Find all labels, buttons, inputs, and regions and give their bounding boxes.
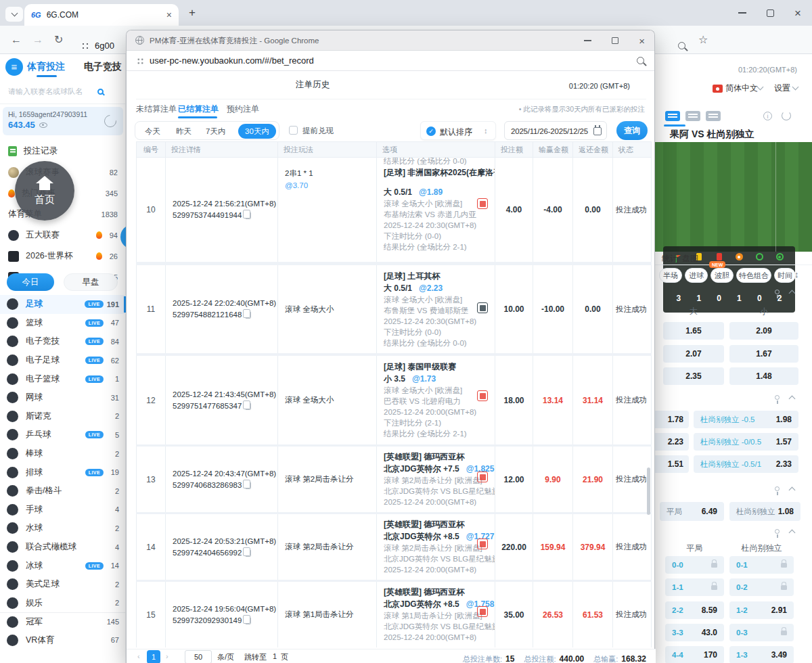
sort-dropdown[interactable]: ✓ 默认排序 ↕ xyxy=(420,121,496,140)
match-detail-icon[interactable] xyxy=(477,472,488,482)
popup-maximize-icon[interactable] xyxy=(612,37,618,44)
forward-icon[interactable]: → xyxy=(32,33,43,47)
view-toggle-odds-icon[interactable] xyxy=(665,111,680,121)
popup-url[interactable]: user-pc-new.youbaokun.com/#/bet_record xyxy=(150,55,314,66)
odds-cell[interactable]: 杜尚别独立 -0.5 1.98 xyxy=(694,411,798,428)
sidebar-item-table-tennis[interactable]: 乒乓球LIVE5 xyxy=(0,426,126,444)
odds-cell[interactable]: 杜尚别独立 -0/0.5 1.57 xyxy=(694,433,798,451)
view-toggle-list-icon[interactable] xyxy=(685,111,700,121)
zoom-icon[interactable] xyxy=(678,42,685,49)
pin-icon[interactable] xyxy=(775,395,780,400)
score-odds-cell[interactable]: 3-343.0 xyxy=(665,624,724,641)
market-pill-halftime[interactable]: 半场 xyxy=(659,268,682,283)
odds-cell[interactable]: 1.65 xyxy=(663,322,724,340)
pin-icon[interactable] xyxy=(775,529,780,534)
next-page-icon[interactable]: › xyxy=(166,652,168,660)
day-tab-today[interactable]: 今日 xyxy=(7,273,54,291)
collapse-icon[interactable] xyxy=(789,487,796,494)
copy-icon[interactable] xyxy=(245,482,251,489)
sidebar-item-handball[interactable]: 手球4 xyxy=(0,501,126,520)
odds-cell[interactable]: 1.48 xyxy=(729,367,798,385)
market-pill-time[interactable]: 时间 xyxy=(774,268,796,283)
sidebar-item-tennis[interactable]: 网球31 xyxy=(0,388,126,407)
popup-minimize-icon[interactable] xyxy=(584,40,591,41)
tab-search-button[interactable] xyxy=(5,7,23,22)
refresh-spinner-icon[interactable] xyxy=(782,111,791,120)
cashout-checkbox[interactable] xyxy=(289,126,298,135)
market-sort-icon[interactable]: ↕ xyxy=(794,269,799,279)
search-button[interactable]: 查询 xyxy=(616,121,648,140)
filter-today[interactable]: 今天 xyxy=(145,127,160,137)
sidebar-item-bet-record[interactable]: 投注记录 xyxy=(0,141,126,162)
address-bar[interactable]: 6g00 xyxy=(95,41,114,51)
sidebar-item-football[interactable]: 足球LIVE191 xyxy=(0,295,126,314)
match-detail-icon[interactable] xyxy=(477,390,488,401)
pin-icon[interactable] xyxy=(775,486,780,491)
popup-title-bar[interactable]: PM体育-亚洲在线体育竞猜投注 - Google Chrome × xyxy=(127,30,654,51)
match-detail-icon[interactable] xyxy=(477,302,488,313)
collapse-icon[interactable] xyxy=(789,396,796,403)
score-odds-cell[interactable]: 1-22.91 xyxy=(729,601,794,619)
current-page-button[interactable]: 1 xyxy=(147,650,160,663)
market-pill-goals[interactable]: 进球 xyxy=(685,268,708,283)
jump-page-input[interactable]: 1 xyxy=(273,652,277,660)
odds-cell[interactable]: 1.78 xyxy=(650,411,689,428)
pin-icon[interactable] xyxy=(775,290,780,294)
new-tab-button[interactable]: + xyxy=(184,5,200,21)
browser-tab[interactable]: 6G 6G.COM × xyxy=(24,4,179,26)
filter-7days[interactable]: 7天内 xyxy=(206,127,225,137)
settings-selector[interactable]: 设置 xyxy=(774,83,790,94)
score-odds-cell[interactable]: 4-4170 xyxy=(665,646,724,663)
back-icon[interactable]: ← xyxy=(11,33,22,47)
filter-30days[interactable]: 30天内 xyxy=(238,124,276,139)
window-minimize-icon[interactable] xyxy=(738,12,746,14)
tab-unsettled[interactable]: 未结算注单 xyxy=(136,104,177,115)
sidebar-item-rugby[interactable]: 联合式橄榄球4 xyxy=(0,538,126,557)
sidebar-item-ice-hockey[interactable]: 冰球LIVE14 xyxy=(0,556,126,575)
sidebar-item-baseball[interactable]: 棒球2 xyxy=(0,444,126,463)
sidebar-item-american-football[interactable]: 美式足球2 xyxy=(0,575,126,594)
sidebar-item-outrights[interactable]: 冠军145 xyxy=(0,612,126,631)
nav-tab-sports[interactable]: 体育投注 xyxy=(27,61,65,73)
language-selector[interactable]: 简体中文 xyxy=(725,83,758,94)
copy-icon[interactable] xyxy=(245,617,251,624)
eye-icon[interactable] xyxy=(39,122,47,128)
match-detail-icon[interactable] xyxy=(477,539,488,549)
site-info-icon[interactable] xyxy=(81,42,89,50)
reload-icon[interactable]: ↻ xyxy=(54,33,63,47)
sidebar-item-ebasketball[interactable]: 电子篮球LIVE1 xyxy=(0,369,126,388)
tab-reserved[interactable]: 预约注单 xyxy=(227,104,259,115)
sidebar-item-basketball[interactable]: 篮球LIVE47 xyxy=(0,314,126,333)
copy-icon[interactable] xyxy=(245,549,251,557)
sidebar-item-vr-sports[interactable]: VR体育67 xyxy=(0,631,126,650)
popup-close-icon[interactable]: × xyxy=(639,36,645,46)
menu-burger-icon[interactable]: ≡ xyxy=(5,58,23,76)
tab-close-icon[interactable]: × xyxy=(166,10,172,20)
table-scrollbar[interactable] xyxy=(647,467,650,515)
sidebar-item-efootball[interactable]: 电子足球LIVE62 xyxy=(0,351,126,370)
sidebar-item-worldcup-2026[interactable]: 2026-世界杯 26 xyxy=(0,246,126,267)
tab-settled[interactable]: 已结算注单 xyxy=(178,104,219,115)
window-maximize-icon[interactable] xyxy=(767,9,774,17)
date-range-picker[interactable]: 2025/11/26-2025/12/25 xyxy=(504,121,607,140)
odds-cell[interactable]: 1.67 xyxy=(729,345,798,363)
sidebar-item-waterpolo[interactable]: 水球2 xyxy=(0,519,126,538)
odds-cell-away[interactable]: 杜尚别独立 1.08 xyxy=(729,502,800,521)
tab-stats[interactable]: 统计 xyxy=(662,253,678,265)
copy-icon[interactable] xyxy=(245,311,251,319)
collapse-icon[interactable] xyxy=(789,530,796,536)
info-icon[interactable]: i xyxy=(763,112,772,120)
odds-cell[interactable]: 2.09 xyxy=(729,322,798,340)
copy-icon[interactable] xyxy=(245,212,251,219)
score-odds-cell[interactable]: 1-33.49 xyxy=(729,646,794,663)
window-close-icon[interactable]: × xyxy=(794,7,801,19)
odds-cell[interactable]: 1.51 xyxy=(650,455,689,473)
odds-cell[interactable]: 2.23 xyxy=(650,433,689,451)
odds-cell[interactable]: 2.07 xyxy=(663,345,724,363)
match-detail-icon[interactable] xyxy=(477,606,488,617)
match-detail-icon[interactable] xyxy=(477,198,488,209)
bookmark-star-icon[interactable]: ☆ xyxy=(698,33,708,47)
filter-yesterday[interactable]: 昨天 xyxy=(176,127,191,137)
site-info-icon[interactable] xyxy=(137,58,144,65)
market-pill-specials[interactable]: 特色组合 xyxy=(736,268,771,283)
